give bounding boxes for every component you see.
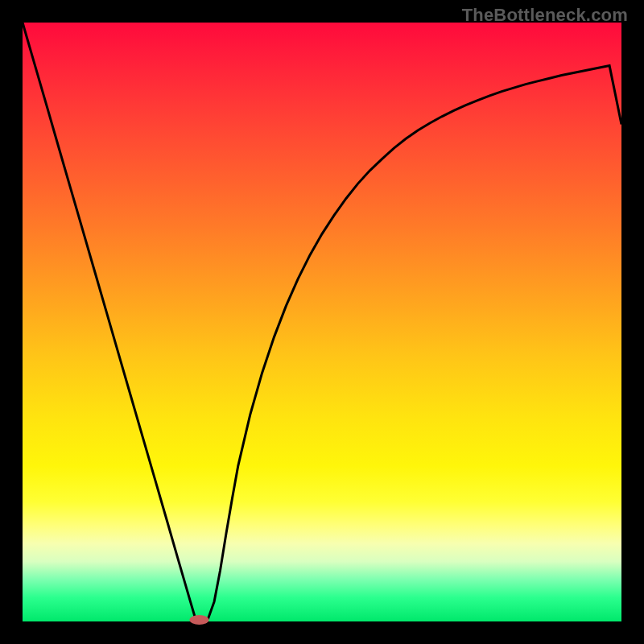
chart-frame: TheBottleneck.com xyxy=(0,0,644,644)
curve-layer xyxy=(23,23,621,621)
bottleneck-curve xyxy=(23,23,621,621)
minimum-marker xyxy=(189,615,208,625)
plot-area xyxy=(23,23,621,621)
